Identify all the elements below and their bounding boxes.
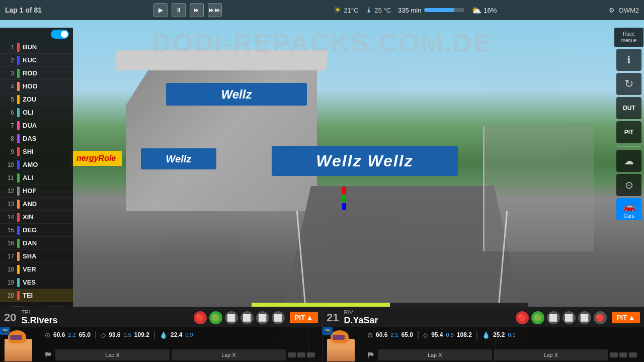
driver2-temp-delta: 0.9 [508, 332, 515, 338]
standings-driver-code: BUN [23, 43, 37, 51]
driver1-icons: 🔴 🟢 ⬜ ⬜ ⬜ ⬜ [194, 311, 285, 324]
driver2-fuel-max: 108.2 [457, 331, 472, 338]
standings-pos: 4 [3, 83, 14, 90]
out-button[interactable]: OUT [616, 97, 641, 119]
standings-row[interactable]: 8 DAS [0, 132, 73, 145]
info-button[interactable]: ℹ [616, 49, 641, 71]
driver2-temp: 25.2 [493, 331, 505, 338]
driver2-progress [610, 352, 637, 357]
driver2-fuel-icon: ◇ [423, 331, 428, 339]
standings-row[interactable]: 6 OLI [0, 106, 73, 119]
driver2-icon-brake[interactable]: 🔴 [516, 311, 529, 324]
driver2-start-pos: 21 [327, 312, 339, 323]
driver2-visor [333, 335, 345, 340]
time-label: 335 min [398, 7, 421, 14]
standings-pos: 6 [3, 109, 14, 116]
fff-button[interactable]: ⏭⏭ [208, 3, 222, 17]
toggle-switch[interactable] [51, 30, 69, 39]
track-temp-item: 🌡 25 °C [365, 6, 391, 14]
standings-row[interactable]: 9 SHI [0, 145, 73, 158]
standings-driver-code: ROD [23, 69, 37, 77]
driver1-icon-engine[interactable]: 🟢 [209, 311, 222, 324]
standings-driver-code: AND [23, 200, 37, 208]
standings-row[interactable]: 16 DAN [0, 237, 73, 250]
standings-row[interactable]: 1 BUN [0, 41, 73, 54]
standings-driver-code: SHA [23, 252, 36, 260]
driver1-lap-label-1[interactable]: Lap X [55, 349, 170, 360]
cars-button[interactable]: 🚗 Cars [616, 198, 641, 220]
race-menue-button[interactable]: Racemenue [614, 28, 643, 47]
driver2-cam-icon[interactable]: 📷 [323, 327, 333, 335]
standings-row[interactable]: 11 ALI [0, 171, 73, 185]
driver1-cam-icon[interactable]: 📷 [0, 327, 10, 335]
driver1-fuel-icon: ◇ [101, 331, 106, 339]
driver2-icon-aero[interactable]: 🔴 [594, 311, 607, 324]
driver2-avatar-area: 📷 [323, 327, 360, 362]
driver2-lap-label-2[interactable]: Lap X [494, 349, 608, 360]
driver2-bottom-row: 🏁 Lap X Lap X [363, 348, 641, 361]
standings-pos: 7 [3, 122, 14, 129]
driver2-pit-button[interactable]: PIT ▲ [612, 312, 640, 323]
driver1-bottom-row: 🏁 Lap X Lap X [41, 348, 319, 361]
driver2-icon-setup[interactable]: ⬜ [578, 311, 591, 324]
pause-button[interactable]: ⏸ [172, 3, 186, 17]
driver2-dot2 [619, 352, 627, 357]
weather-button[interactable]: ☁ [616, 150, 641, 172]
play-button[interactable]: ▶ [153, 3, 168, 17]
driver1-icon-aero[interactable]: ⬜ [272, 311, 285, 324]
standings-row[interactable]: 19 VES [0, 276, 73, 289]
driver2-icon-fuel[interactable]: ⬜ [562, 311, 576, 324]
timing-button[interactable]: ↻ [616, 73, 641, 95]
clock-button[interactable]: ⊙ [616, 174, 641, 196]
driver1-icon-tyre[interactable]: ⬜ [225, 311, 238, 324]
standings-row[interactable]: 5 ZOU [0, 93, 73, 106]
driver1-icon-setup[interactable]: ⬜ [256, 311, 269, 324]
standings-row[interactable]: 15 DEG [0, 224, 73, 237]
driver1-icon-fuel[interactable]: ⬜ [240, 311, 254, 324]
driver2-fuel: 95.4 [431, 331, 443, 338]
driver2-stats: ⊙ 60.6 2.1 65.0 | ◇ 95.4 0.5 108.2 | 💧 2… [360, 327, 644, 362]
standings-color-bar [17, 95, 20, 104]
driver2-rpm-delta: 2.1 [390, 332, 398, 338]
pit-button-right[interactable]: PIT [616, 121, 641, 143]
driver1-pit-button[interactable]: PIT ▲ [290, 312, 318, 323]
standings-color-bar [17, 200, 20, 209]
lap-counter: Lap 1 of 81 [5, 6, 42, 14]
wellz-banner-side: Wellz [166, 83, 307, 106]
ff-button[interactable]: ⏭ [190, 3, 204, 17]
time-progress-fill [424, 8, 454, 12]
driver2-dot3 [629, 352, 637, 357]
standings-row[interactable]: 4 HOO [0, 80, 73, 93]
driver1-avatar-area: 📷 [0, 327, 38, 362]
time-remaining: 335 min [398, 7, 464, 14]
standings-driver-code: VES [23, 279, 36, 286]
driver2-icon-tyre[interactable]: ⬜ [547, 311, 560, 324]
driver2-fullname: D.YaSar [344, 315, 378, 326]
standings-row[interactable]: 10 AMO [0, 158, 73, 171]
standings-pos: 8 [3, 135, 14, 142]
standings-row[interactable]: 13 AND [0, 198, 73, 211]
track-temp: 25 °C [374, 7, 391, 14]
standings-row[interactable]: 3 ROD [0, 67, 73, 80]
driver1-dot1 [288, 352, 296, 357]
standings-row[interactable]: 2 KUC [0, 54, 73, 67]
standings-row[interactable]: 17 SHA [0, 250, 73, 263]
standings-row[interactable]: 20 TEI [0, 289, 73, 302]
driver1-icon-brake[interactable]: 🔴 [194, 311, 207, 324]
driver2-name-block: RIV D.YaSar [344, 309, 378, 326]
driver1-fullname: S.Rivers [21, 315, 57, 326]
driver2-lap-label-1[interactable]: Lap X [378, 349, 492, 360]
driver2-icon-engine[interactable]: 🟢 [531, 311, 544, 324]
timing-icon: ↻ [624, 77, 633, 90]
standings-row[interactable]: 12 HOF [0, 185, 73, 198]
standings-row[interactable]: 7 DUA [0, 119, 73, 132]
driver1-lap-label-2[interactable]: Lap X [172, 349, 286, 360]
standings-driver-code: DEG [23, 226, 37, 234]
sun-icon: ☀ [334, 5, 342, 16]
driver2-stats-row: ⊙ 60.6 2.1 65.0 | ◇ 95.4 0.5 108.2 | 💧 2… [363, 329, 641, 341]
driver1-temp-icon: 💧 [159, 331, 168, 339]
driver1-team-code: TEI [21, 309, 57, 315]
standings-row[interactable]: 14 XIN [0, 211, 73, 224]
settings-icon[interactable]: ⚙ [609, 7, 615, 14]
standings-row[interactable]: 18 VER [0, 263, 73, 276]
